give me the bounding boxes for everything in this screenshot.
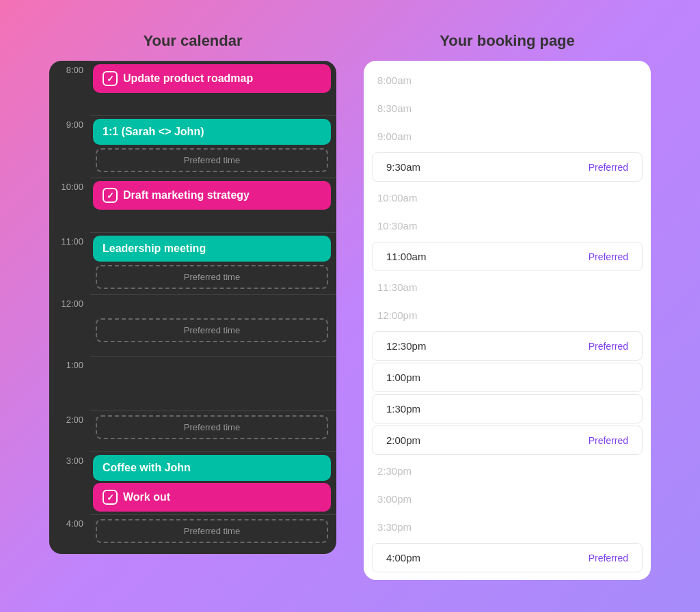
slot-time-label: 11:00am	[386, 251, 426, 262]
preferred-slot-4: Preferred time	[96, 519, 328, 543]
booking-slot-830am: 8:30am	[364, 94, 651, 122]
check-icon-workout: ✓	[103, 490, 118, 505]
booking-slot-1130am: 11:30am	[364, 273, 651, 301]
time-row-8: 8:00 ✓ Update product roadmap	[49, 61, 336, 115]
booking-slot-200pm[interactable]: 2:00pm Preferred	[372, 426, 643, 455]
booking-slot-300pm: 3:00pm	[364, 485, 651, 513]
booking-slot-130pm[interactable]: 1:30pm	[372, 394, 643, 423]
slot-time-label: 3:30pm	[377, 521, 412, 533]
booking-slot-800am: 8:00am	[364, 66, 651, 94]
time-label-12: 12:00	[49, 294, 90, 356]
slot-time-label: 12:00pm	[377, 309, 417, 321]
event-update-product-label: Update product roadmap	[123, 72, 253, 85]
time-label-11: 11:00	[49, 232, 90, 294]
booking-slot-1000am: 10:00am	[364, 184, 651, 212]
time-row-10: 10:00 ✓ Draft marketing strategy	[49, 178, 336, 232]
slot-time-label: 8:00am	[377, 74, 412, 86]
booking-slot-1100am[interactable]: 11:00am Preferred	[372, 242, 643, 271]
time-content-2: Preferred time	[90, 411, 336, 451]
main-container: Your calendar 8:00 ✓ Update product road…	[36, 18, 664, 594]
time-content-11: Leadership meeting Preferred time	[90, 232, 336, 294]
preferred-slot-9: Preferred time	[96, 148, 328, 172]
preferred-slot-2: Preferred time	[96, 415, 328, 439]
slot-time-label: 9:30am	[386, 161, 420, 173]
time-row-11: 11:00 Leadership meeting Preferred time	[49, 232, 336, 294]
booking-slot-900am: 9:00am	[364, 122, 651, 150]
booking-slot-930am[interactable]: 9:30am Preferred	[372, 152, 643, 182]
event-one-on-one[interactable]: 1:1 (Sarah <> John)	[93, 119, 331, 145]
time-content-1	[90, 356, 336, 411]
time-row-3: 3:00 Coffee with John ✓ Work out	[49, 451, 336, 514]
time-row-4: 4:00 Preferred time	[49, 514, 336, 548]
booking-title: Your booking page	[440, 32, 575, 50]
preferred-badge: Preferred	[589, 162, 628, 173]
event-workout[interactable]: ✓ Work out	[93, 483, 331, 512]
event-update-product[interactable]: ✓ Update product roadmap	[93, 64, 331, 93]
time-content-12: Preferred time	[90, 294, 336, 356]
calendar-body: 8:00 ✓ Update product roadmap 9:00 1:1 (…	[49, 61, 336, 548]
time-content-10: ✓ Draft marketing strategy	[90, 178, 336, 232]
slot-time-label: 12:30pm	[386, 340, 426, 352]
event-one-on-one-label: 1:1 (Sarah <> John)	[103, 126, 204, 138]
slot-time-label: 1:30pm	[386, 403, 420, 415]
time-content-4: Preferred time	[90, 514, 336, 548]
time-row-12: 12:00 Preferred time	[49, 294, 336, 356]
booking-slot-1200pm: 12:00pm	[364, 301, 651, 329]
preferred-slot-11: Preferred time	[96, 265, 328, 289]
booking-slot-400pm[interactable]: 4:00pm Preferred	[372, 543, 643, 572]
time-label-9: 9:00	[49, 115, 90, 178]
event-coffee-john[interactable]: Coffee with John	[93, 455, 331, 481]
event-coffee-john-label: Coffee with John	[103, 462, 191, 474]
time-row-2: 2:00 Preferred time	[49, 411, 336, 451]
event-leadership[interactable]: Leadership meeting	[93, 236, 331, 262]
preferred-slot-12: Preferred time	[96, 318, 328, 342]
time-label-3: 3:00	[49, 451, 90, 514]
time-content-3: Coffee with John ✓ Work out	[90, 451, 336, 514]
time-content-9: 1:1 (Sarah <> John) Preferred time	[90, 115, 336, 178]
time-row-9: 9:00 1:1 (Sarah <> John) Preferred time	[49, 115, 336, 178]
slot-time-label: 11:30am	[377, 281, 417, 293]
event-draft-marketing-label: Draft marketing strategy	[123, 189, 250, 201]
slot-time-label: 2:00pm	[386, 434, 420, 446]
time-label-4: 4:00	[49, 514, 90, 548]
booking-slot-100pm[interactable]: 1:00pm	[372, 363, 643, 392]
booking-slots: 8:00am8:30am9:00am 9:30am Preferred 10:0…	[364, 66, 651, 572]
slot-time-label: 8:30am	[377, 102, 412, 114]
time-label-2: 2:00	[49, 411, 90, 451]
booking-slot-1230pm[interactable]: 12:30pm Preferred	[372, 331, 643, 361]
slot-time-label: 4:00pm	[386, 552, 420, 564]
event-draft-marketing[interactable]: ✓ Draft marketing strategy	[93, 181, 331, 210]
slot-time-label: 2:30pm	[377, 465, 412, 477]
time-row-1: 1:00	[49, 356, 336, 411]
preferred-badge: Preferred	[589, 341, 628, 352]
booking-section: Your booking page 8:00am8:30am9:00am 9:3…	[364, 32, 651, 580]
booking-slot-1030am: 10:30am	[364, 212, 651, 240]
slot-time-label: 3:00pm	[377, 493, 412, 505]
event-workout-label: Work out	[123, 491, 170, 503]
time-content-8: ✓ Update product roadmap	[90, 61, 336, 115]
slot-time-label: 10:30am	[377, 220, 417, 232]
calendar-section: Your calendar 8:00 ✓ Update product road…	[49, 32, 336, 554]
time-label-10: 10:00	[49, 178, 90, 232]
time-label-1: 1:00	[49, 356, 90, 411]
preferred-badge: Preferred	[589, 553, 628, 564]
calendar-panel: 8:00 ✓ Update product roadmap 9:00 1:1 (…	[49, 61, 336, 554]
time-label-8: 8:00	[49, 61, 90, 115]
check-icon-update: ✓	[103, 71, 118, 86]
preferred-badge: Preferred	[589, 435, 628, 446]
slot-time-label: 1:00pm	[386, 372, 420, 383]
booking-slot-330pm: 3:30pm	[364, 513, 651, 541]
event-leadership-label: Leadership meeting	[103, 242, 206, 255]
slot-time-label: 9:00am	[377, 130, 412, 142]
check-icon-draft: ✓	[103, 188, 118, 203]
calendar-title: Your calendar	[143, 32, 242, 50]
slot-time-label: 10:00am	[377, 192, 417, 204]
booking-slot-230pm: 2:30pm	[364, 457, 651, 485]
booking-panel: 8:00am8:30am9:00am 9:30am Preferred 10:0…	[364, 61, 651, 580]
preferred-badge: Preferred	[589, 251, 628, 262]
